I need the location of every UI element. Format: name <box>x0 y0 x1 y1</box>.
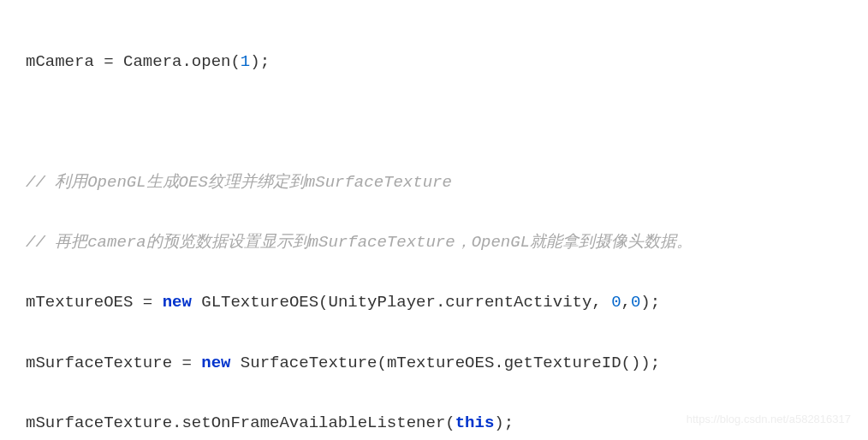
code-comment: // 利用OpenGL生成OES纹理并绑定到mSurfaceTexture <box>26 173 452 192</box>
code-text: ); <box>640 293 660 312</box>
code-text: , <box>621 293 631 312</box>
code-number: 1 <box>241 52 250 71</box>
watermark-text: https://blog.csdn.net/a582816317 <box>687 409 851 430</box>
code-number: 0 <box>631 293 640 312</box>
code-block: mCamera = Camera.open(1); // 利用OpenGL生成O… <box>26 17 842 440</box>
code-line-6: mSurfaceTexture = new SurfaceTexture(mTe… <box>26 348 842 378</box>
code-text: ); <box>250 52 270 71</box>
code-keyword: new <box>163 293 192 312</box>
code-text: mSurfaceTexture.setOnFrameAvailableListe… <box>26 413 455 432</box>
code-line-2 <box>26 107 842 137</box>
code-line-5: mTextureOES = new GLTextureOES(UnityPlay… <box>26 288 842 318</box>
code-comment: // 再把camera的预览数据设置显示到mSurfaceTexture，Ope… <box>26 233 693 252</box>
code-line-1: mCamera = Camera.open(1); <box>26 47 842 77</box>
code-keyword: new <box>201 354 230 372</box>
code-text: GLTextureOES(UnityPlayer.currentActivity… <box>192 293 611 312</box>
code-line-4: // 再把camera的预览数据设置显示到mSurfaceTexture，Ope… <box>26 228 842 258</box>
code-text: mCamera = Camera.open( <box>26 52 241 71</box>
code-number: 0 <box>611 293 621 312</box>
code-text: mSurfaceTexture = <box>26 354 201 372</box>
code-text: SurfaceTexture(mTextureOES.getTextureID(… <box>230 354 660 372</box>
code-keyword: this <box>455 413 495 432</box>
code-line-3: // 利用OpenGL生成OES纹理并绑定到mSurfaceTexture <box>26 168 842 198</box>
code-text: mTextureOES = <box>26 293 163 312</box>
code-text: ); <box>494 413 514 432</box>
